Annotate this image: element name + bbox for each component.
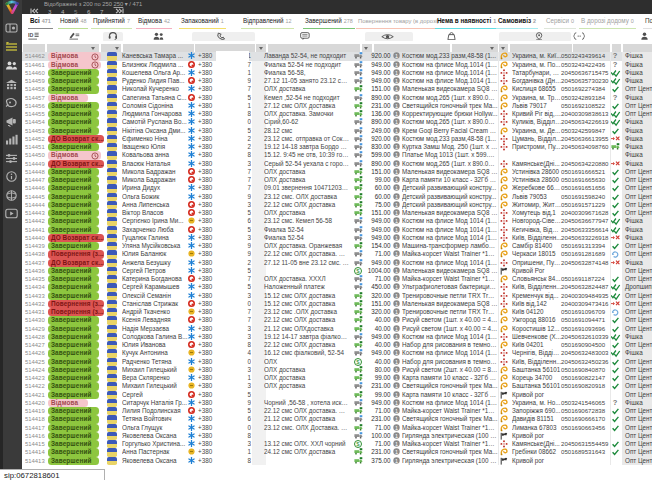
svg-text:1: 1	[395, 86, 398, 92]
svg-text:1: 1	[395, 457, 398, 463]
svg-text:ID: ID	[28, 32, 33, 38]
svg-text:1: 1	[395, 218, 398, 224]
svg-text:1: 1	[395, 185, 398, 191]
svg-text:1: 1	[395, 449, 398, 455]
svg-text:1: 1	[395, 375, 398, 381]
svg-text:1: 1	[395, 152, 398, 158]
svg-text:1: 1	[395, 416, 398, 422]
svg-text:1: 1	[395, 408, 398, 414]
svg-text:1: 1	[395, 177, 398, 183]
svg-text:1: 1	[395, 53, 398, 59]
svg-text:1: 1	[395, 94, 398, 100]
svg-text:1: 1	[395, 259, 398, 265]
svg-text:1: 1	[395, 135, 398, 141]
svg-text:1: 1	[395, 424, 398, 430]
svg-text:1: 1	[395, 78, 398, 84]
svg-text:1: 1	[395, 317, 398, 323]
svg-text:1: 1	[395, 61, 398, 67]
svg-text:1: 1	[395, 111, 398, 117]
svg-text:1: 1	[395, 119, 398, 125]
svg-text:1: 1	[395, 284, 398, 290]
svg-text:1: 1	[395, 144, 398, 150]
svg-text:1: 1	[395, 193, 398, 199]
svg-text:1: 1	[395, 350, 398, 356]
svg-text:1: 1	[395, 168, 398, 174]
svg-text:1: 1	[395, 441, 398, 447]
svg-text:1: 1	[395, 366, 398, 372]
svg-text:1: 1	[395, 276, 398, 282]
svg-text:1: 1	[395, 160, 398, 166]
svg-text:1: 1	[395, 333, 398, 339]
svg-text:1: 1	[395, 300, 398, 306]
svg-text:1: 1	[395, 383, 398, 389]
svg-text:1: 1	[395, 432, 398, 438]
svg-text:1: 1	[395, 391, 398, 397]
svg-text:1: 1	[395, 102, 398, 108]
svg-text:1: 1	[395, 309, 398, 315]
svg-text:1: 1	[395, 69, 398, 75]
svg-text:1: 1	[395, 342, 398, 348]
svg-text:1: 1	[395, 325, 398, 331]
svg-text:1: 1	[395, 267, 398, 273]
svg-text:1: 1	[395, 243, 398, 249]
svg-text:1: 1	[395, 292, 398, 298]
svg-text:1: 1	[395, 127, 398, 133]
svg-text:1: 1	[395, 226, 398, 232]
svg-text:1: 1	[395, 201, 398, 207]
svg-text:1: 1	[395, 234, 398, 240]
svg-text:1: 1	[395, 358, 398, 364]
svg-text:1: 1	[395, 399, 398, 405]
svg-text:1: 1	[395, 251, 398, 257]
svg-text:1: 1	[395, 210, 398, 216]
